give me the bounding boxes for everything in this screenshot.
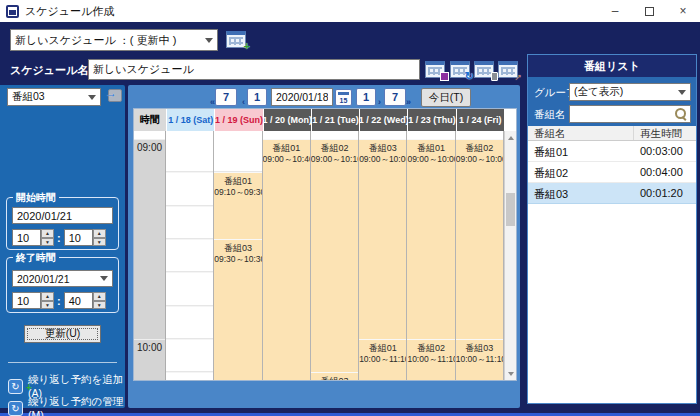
day-column-1[interactable]: 番組0109:10～09:30番組0309:30～10:30	[214, 131, 262, 380]
back-week-button[interactable]: 7 «	[215, 88, 237, 106]
start-date-input[interactable]	[12, 207, 113, 224]
manage-repeat-reservation-link[interactable]: ↻ 繰り返し予約の管理(M)	[8, 395, 125, 416]
new-schedule-button[interactable]: +	[222, 29, 250, 53]
assign-program-button[interactable]	[105, 87, 125, 106]
end-date-dropdown[interactable]: 2020/01/21	[12, 270, 113, 287]
start-time-title: 開始時間	[13, 191, 59, 205]
today-button[interactable]: 今日(T)	[421, 88, 471, 107]
forward-day-button[interactable]: 1 ›	[356, 88, 376, 106]
schedule-event[interactable]: 番組0309:30～10:30	[214, 239, 261, 380]
event-time: 09:00～10:00	[359, 154, 406, 165]
search-icon[interactable]	[675, 108, 687, 120]
event-name: 番組03	[214, 243, 261, 254]
start-time-spinners: 10 ▲▼ : 10 ▲▼	[12, 229, 106, 246]
day-column-0[interactable]	[166, 131, 214, 380]
group-filter-dropdown[interactable]: (全て表示)	[569, 83, 691, 101]
program-row[interactable]: 番組0300:01:20	[528, 183, 696, 204]
event-name: 番組01	[359, 343, 406, 354]
schedule-event[interactable]: 番組0210:00～11:10	[407, 339, 454, 380]
title-bar[interactable]: スケジュール作成 – ×	[0, 0, 700, 22]
scroll-up-button[interactable]	[505, 131, 516, 144]
back-day-button[interactable]: 1 ‹	[247, 88, 267, 106]
day-column-5[interactable]: 番組0109:00～10:00番組0210:00～11:10	[407, 131, 455, 380]
program-name-cell: 番組01	[528, 141, 634, 161]
program-column-header-1[interactable]: 再生時間	[634, 126, 682, 140]
chevron-down-icon	[100, 276, 108, 281]
day-column-2[interactable]: 番組0109:00～10:40	[263, 131, 311, 380]
schedule-name-input[interactable]	[88, 59, 420, 80]
window-controls: – ×	[598, 0, 700, 22]
update-button[interactable]: 更新(U)	[24, 325, 101, 343]
reload-schedule-button[interactable]: ↻	[449, 60, 471, 81]
schedule-event[interactable]: 番組0310:00～11:10	[456, 339, 503, 380]
event-name: 番組03	[456, 343, 503, 354]
spin-down-icon[interactable]: ▼	[41, 301, 54, 310]
start-minute-value[interactable]: 10	[64, 229, 93, 246]
scroll-down-button[interactable]	[505, 367, 516, 380]
schedule-event[interactable]: 番組0209:00～10:10	[311, 139, 358, 372]
calendar-save-icon	[425, 61, 445, 78]
export-schedule-button[interactable]: →	[497, 60, 519, 81]
event-time: 10:00～11:10	[407, 354, 454, 365]
calendar-export-icon: →	[498, 61, 518, 78]
spin-down-icon[interactable]: ▼	[93, 301, 106, 310]
spin-up-icon[interactable]: ▲	[93, 229, 106, 238]
maximize-button[interactable]	[632, 0, 666, 22]
schedule-name-label: スケジュール名	[10, 63, 88, 78]
hour-label: 10:00	[134, 339, 165, 353]
schedule-event[interactable]: 番組0109:00～10:00	[407, 139, 454, 339]
minimize-button[interactable]: –	[598, 0, 632, 22]
schedule-selector-dropdown[interactable]: 新しいスケジュール ：( 更新中 )	[10, 29, 218, 51]
end-hour-value[interactable]: 10	[12, 292, 41, 309]
current-date-input[interactable]	[271, 88, 333, 106]
start-hour-value[interactable]: 10	[12, 229, 41, 246]
program-row[interactable]: 番組0100:03:00	[528, 141, 696, 162]
spin-down-icon[interactable]: ▼	[93, 238, 106, 247]
schedule-event[interactable]: 番組0109:10～09:30	[214, 172, 261, 239]
event-name: 番組01	[407, 143, 454, 154]
schedule-event[interactable]: 番組0310:10～10:40	[311, 372, 358, 380]
vertical-scrollbar[interactable]	[504, 131, 516, 380]
program-list-panel: 番組リスト グループ (全て表示) 番組名 番組名再生時間 番組0100:03:…	[527, 54, 697, 404]
grid-header-row: 時間1 / 18 (Sat)1 / 19 (Sun)1 / 20 (Mon)1 …	[134, 109, 516, 131]
program-search-input[interactable]	[569, 105, 691, 123]
plus-icon: +	[26, 382, 32, 393]
chevron-down-icon	[678, 90, 686, 95]
program-row[interactable]: 番組0200:04:00	[528, 162, 696, 183]
calendar-reload-icon: ↻	[450, 61, 470, 78]
schedule-grid: 時間1 / 18 (Sat)1 / 19 (Sun)1 / 20 (Mon)1 …	[133, 108, 517, 381]
schedule-event[interactable]: 番組0309:00～10:00	[359, 139, 406, 339]
spin-up-icon[interactable]: ▲	[93, 292, 106, 301]
day-column-4[interactable]: 番組0309:00～10:00番組0110:00～11:10	[359, 131, 407, 380]
schedule-event[interactable]: 番組0109:00～10:40	[263, 139, 310, 380]
hour-label: 09:00	[134, 139, 165, 153]
time-colon: :	[57, 295, 61, 307]
program-list-title: 番組リスト	[528, 55, 696, 77]
event-time: 09:00～10:10	[311, 154, 358, 165]
program-column-header-0[interactable]: 番組名	[528, 126, 634, 140]
schedule-window: スケジュール作成 – × 新しいスケジュール ：( 更新中 ) + スケジュール…	[0, 0, 700, 416]
schedule-event[interactable]: 番組0110:00～11:10	[359, 339, 406, 380]
day-column-3[interactable]: 番組0209:00～10:10番組0310:10～10:40	[311, 131, 359, 380]
schedule-event[interactable]: 番組0209:00～10:00	[456, 139, 503, 339]
event-time: 09:30～10:30	[214, 254, 261, 265]
date-picker-button[interactable]: 15	[335, 89, 352, 106]
program-selector-dropdown[interactable]: 番組03	[7, 88, 101, 106]
save-schedule-button[interactable]	[424, 60, 446, 81]
spin-up-icon[interactable]: ▲	[41, 229, 54, 238]
repeat-manage-icon: ↻	[8, 401, 23, 416]
left-arrow-icon: ‹	[242, 97, 245, 107]
spin-down-icon[interactable]: ▼	[41, 238, 54, 247]
forward-week-button[interactable]: 7 »	[384, 88, 406, 106]
scrollbar-corner	[504, 109, 516, 131]
time-column: 09:0010:00	[134, 131, 166, 380]
day-column-6[interactable]: 番組0209:00～10:00番組0310:00～11:10	[456, 131, 504, 380]
scrollbar-thumb[interactable]	[506, 193, 515, 226]
chevron-up-icon	[508, 136, 514, 140]
close-button[interactable]: ×	[666, 0, 700, 22]
back-day-label: 1	[254, 91, 260, 103]
end-minute-value[interactable]: 40	[64, 292, 93, 309]
delete-schedule-button[interactable]	[473, 60, 495, 81]
event-name: 番組03	[359, 143, 406, 154]
spin-up-icon[interactable]: ▲	[41, 292, 54, 301]
